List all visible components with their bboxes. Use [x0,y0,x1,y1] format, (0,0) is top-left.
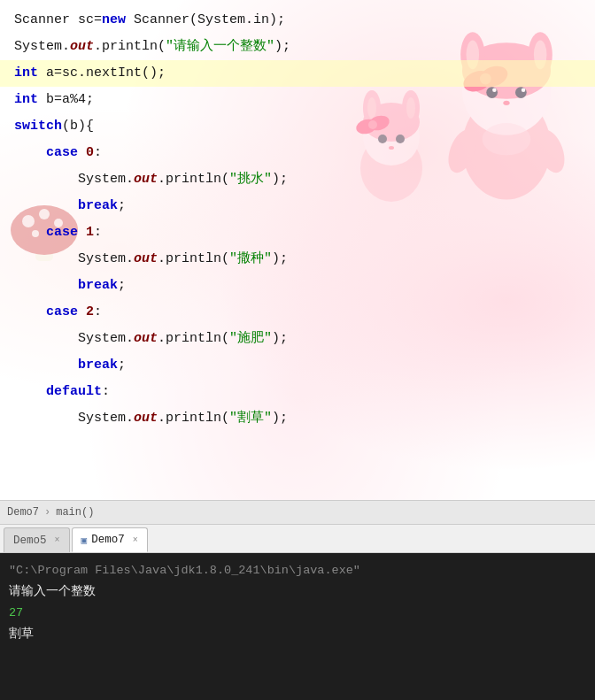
code-line: case 1: [0,219,595,246]
breadcrumb-demo7: Demo7 [7,506,39,519]
code-line: System.out.println("割草"); [0,405,595,432]
code-line: default: [0,379,595,405]
code-line: Scanner sc=new Scanner(System.in); [0,7,595,34]
code-line: case 2: [0,299,595,326]
tabs-bar: Demo5×▣Demo7× [0,525,595,553]
code-line: switch(b){ [0,113,595,140]
console-line: 27 [9,603,586,624]
code-line: break; [0,273,595,299]
code-content: Scanner sc=new Scanner(System.in);System… [0,0,595,439]
console-line: "C:\Program Files\Java\jdk1.8.0_241\bin\… [9,560,586,581]
tab-close-button[interactable]: × [133,535,138,545]
status-bar: Demo7 › main() [0,500,595,525]
code-line: System.out.println("撒种"); [0,246,595,273]
breadcrumb-main: main() [56,506,94,519]
console-line: 割草 [9,624,586,645]
code-line: break; [0,352,595,379]
tab-label: Demo7 [91,534,125,546]
tab-file-icon: ▣ [81,535,88,546]
tab-close-button[interactable]: × [55,535,60,545]
code-line: case 0: [0,140,595,166]
code-line: int b=a%4; [0,87,595,113]
console-line: 请输入一个整数 [9,581,586,603]
tab-demo5[interactable]: Demo5× [4,527,70,552]
code-line: System.out.println("请输入一个整数"); [0,34,595,60]
tab-label: Demo5 [13,535,47,547]
code-line: int a=sc.nextInt(); [0,60,595,87]
editor-area: Scanner sc=new Scanner(System.in);System… [0,0,595,500]
tab-demo7[interactable]: ▣Demo7× [72,527,148,552]
console-area: "C:\Program Files\Java\jdk1.8.0_241\bin\… [0,553,595,700]
code-line: System.out.println("挑水"); [0,166,595,193]
code-line: System.out.println("施肥"); [0,326,595,352]
breadcrumb-separator: › [44,506,50,519]
code-line: break; [0,193,595,219]
